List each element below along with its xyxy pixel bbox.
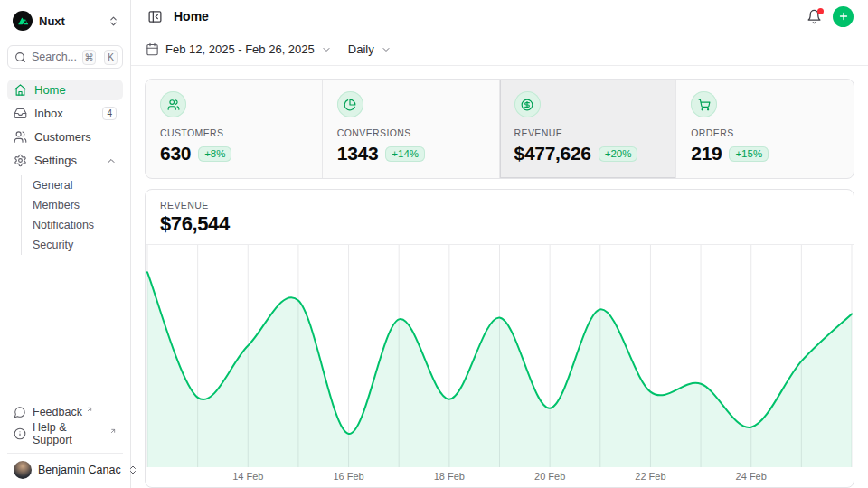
search-placeholder: Search... [32,51,77,63]
home-icon [14,83,27,97]
pie-chart-icon [337,91,363,117]
stat-value: 219 [691,143,722,164]
users-icon [160,91,186,117]
stat-label: CONVERSIONS [337,127,485,138]
kbd-cmd: ⌘ [82,50,96,65]
user-name: Benjamin Canac [38,464,121,476]
chart-plot[interactable] [146,245,854,467]
main-panel: Home Feb 12, 2025 - Feb 26, 2025 [131,0,868,488]
collapse-sidebar-button[interactable] [146,7,165,26]
revenue-chart-card: REVENUE $76,544 14 Feb16 Feb18 Feb20 Feb… [145,189,854,488]
sidebar-item-home[interactable]: Home [7,80,123,100]
stats-row: CUSTOMERS 630 +8% CONVERSIONS 1343 +14% [145,79,854,179]
chevron-down-icon [321,44,332,55]
chevron-down-icon [381,44,392,55]
header-actions [805,6,854,27]
feedback-label: Feedback [33,406,82,418]
stat-card-conversions[interactable]: CONVERSIONS 1343 +14% [323,80,500,178]
x-tick-label: 20 Feb [534,471,565,482]
sidebar-item-security[interactable]: Security [33,235,123,255]
sidebar-footer: Feedback Help & Support Benjamin Canac [7,402,123,481]
date-range-value: Feb 12, 2025 - Feb 26, 2025 [165,42,315,56]
chevron-up-icon [106,155,117,166]
top-header: Home [131,0,868,33]
add-button[interactable] [833,6,854,27]
calendar-icon [146,42,159,56]
message-circle-icon [14,406,26,418]
kbd-k: K [104,50,118,65]
stat-card-customers[interactable]: CUSTOMERS 630 +8% [146,80,323,178]
user-avatar [14,461,32,479]
sidebar-nav: Home Inbox 4 Customers Settings [7,80,123,255]
shopping-cart-icon [691,91,717,117]
chevrons-up-down-icon [108,15,119,27]
search-input[interactable]: Search... ⌘ K [7,45,123,69]
area-chart [146,245,854,467]
x-tick-label: 18 Feb [434,471,465,482]
stat-value: 630 [160,143,191,164]
gear-icon [14,154,27,167]
sidebar: Nuxt Search... ⌘ K Home [0,0,131,488]
feedback-link[interactable]: Feedback [7,402,123,422]
dollar-circle-icon [514,91,541,117]
user-menu[interactable]: Benjamin Canac [7,453,123,481]
chart-header: REVENUE $76,544 [146,190,854,245]
users-icon [14,130,27,144]
sidebar-item-customers[interactable]: Customers [7,127,123,147]
delta-badge: +14% [385,146,425,162]
sidebar-item-members[interactable]: Members [33,195,123,215]
filters-toolbar: Feb 12, 2025 - Feb 26, 2025 Daily [131,33,868,66]
delta-badge: +15% [729,146,769,162]
app-window: Nuxt Search... ⌘ K Home [0,0,868,488]
x-tick-label: 24 Feb [736,471,767,482]
settings-submenu: General Members Notifications Security [21,175,123,255]
sidebar-item-label: Customers [34,130,117,144]
sidebar-item-label: Inbox [34,107,95,120]
info-circle-icon [14,427,26,440]
workspace-name: Nuxt [39,14,101,28]
stat-label: CUSTOMERS [160,127,307,138]
sidebar-item-inbox[interactable]: Inbox 4 [7,103,123,124]
inbox-icon [14,107,27,120]
chart-current-value: $76,544 [160,212,839,236]
sidebar-item-notifications[interactable]: Notifications [33,215,123,235]
dashboard-content: CUSTOMERS 630 +8% CONVERSIONS 1343 +14% [131,66,868,488]
help-support-label: Help & Support [33,421,106,446]
inbox-count-badge: 4 [102,107,117,120]
stat-label: REVENUE [514,127,662,138]
stat-card-orders[interactable]: ORDERS 219 +15% [676,80,854,178]
nuxt-logo-icon [13,11,33,31]
x-tick-label: 22 Feb [635,471,665,482]
stat-card-revenue[interactable]: REVENUE $477,626 +20% [500,80,677,178]
sidebar-item-general[interactable]: General [33,175,123,195]
chart-title: REVENUE [160,200,839,211]
workspace-switcher[interactable]: Nuxt [7,9,123,33]
period-select[interactable]: Daily [348,42,392,56]
help-support-link[interactable]: Help & Support [7,424,123,444]
sidebar-item-label: Home [34,83,117,97]
sidebar-item-settings[interactable]: Settings [7,150,123,171]
stat-label: ORDERS [691,127,839,138]
chart-x-axis: 14 Feb16 Feb18 Feb20 Feb22 Feb24 Feb [146,467,854,487]
stat-value: 1343 [337,143,379,164]
notifications-button[interactable] [805,7,824,26]
delta-badge: +8% [198,146,231,162]
delta-badge: +20% [599,146,638,162]
date-range-picker[interactable]: Feb 12, 2025 - Feb 26, 2025 [146,42,332,56]
external-link-icon [109,427,117,435]
search-icon [14,52,26,63]
notification-dot [817,8,824,14]
x-tick-label: 16 Feb [333,471,363,482]
sidebar-item-label: Settings [34,154,99,167]
stat-value: $477,626 [514,143,591,164]
period-value: Daily [348,42,374,56]
page-title: Home [174,9,209,23]
x-tick-label: 14 Feb [232,471,263,482]
external-link-icon [86,406,93,413]
